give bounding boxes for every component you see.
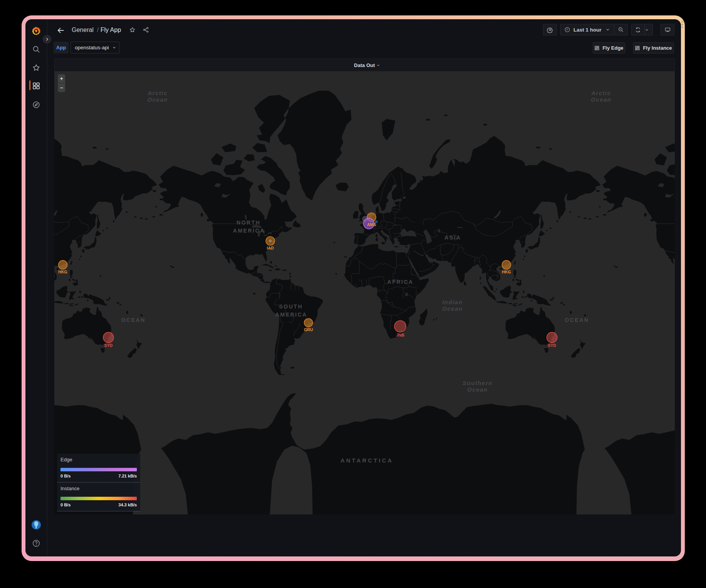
svg-text:JNB: JNB	[396, 333, 404, 337]
svg-text:AMERICA: AMERICA	[276, 312, 308, 318]
svg-text:NORTH: NORTH	[237, 219, 261, 226]
svg-text:ASIA: ASIA	[444, 235, 461, 241]
svg-text:SOUTH: SOUTH	[279, 303, 303, 310]
svg-text:GRU: GRU	[304, 327, 313, 332]
svg-text:Ocean: Ocean	[147, 96, 168, 103]
svg-text:Indian: Indian	[442, 299, 462, 305]
svg-text:SYD: SYD	[548, 343, 556, 348]
svg-text:Southern: Southern	[462, 380, 493, 386]
svg-text:HKG: HKG	[502, 270, 511, 274]
svg-text:Arctic: Arctic	[147, 90, 168, 96]
svg-text:Ocean: Ocean	[467, 386, 487, 393]
svg-text:OCEAN: OCEAN	[565, 317, 589, 323]
svg-text:ANTARCTICA: ANTARCTICA	[340, 457, 393, 464]
svg-text:Ocean: Ocean	[442, 305, 462, 312]
svg-text:AFRICA: AFRICA	[387, 279, 414, 285]
svg-text:AMERICA: AMERICA	[233, 228, 265, 234]
svg-text:IAD: IAD	[267, 246, 274, 250]
svg-text:AMS: AMS	[367, 222, 376, 227]
